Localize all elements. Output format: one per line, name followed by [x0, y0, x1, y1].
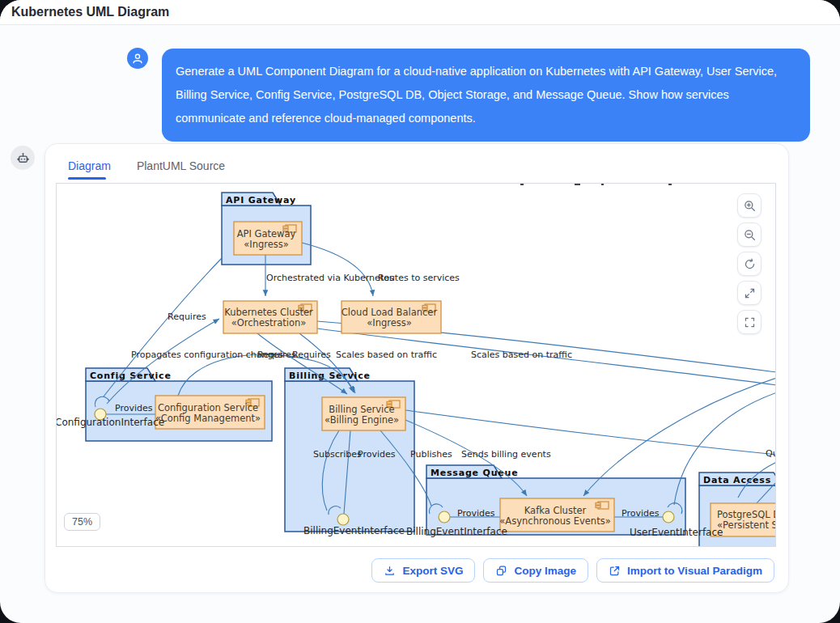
zoom-out-icon — [743, 228, 757, 242]
zoom-in-icon — [743, 199, 757, 213]
diagram-card: Diagram PlantUML Source — [45, 143, 789, 593]
interface-circle-user-event — [663, 511, 674, 523]
component-stereotype: «Billing Engine» — [325, 414, 399, 426]
component-stereotype: «Ingress» — [244, 239, 289, 250]
interface-label: BillingEventInterface — [406, 526, 507, 537]
fullscreen-icon — [743, 316, 757, 329]
external-link-icon — [609, 565, 621, 577]
component-name: Cloud Load Balancer — [342, 307, 438, 318]
component-name: Kubernetes Cluster — [224, 307, 313, 318]
edge-label: Provides — [622, 508, 660, 519]
edge-label: Requires — [168, 312, 206, 322]
package-label: Config Service — [90, 371, 172, 381]
expand-icon — [743, 286, 757, 300]
package-label: Data Access Layer — [703, 475, 776, 485]
interface-circle-billing-event — [337, 514, 349, 525]
component-stereotype: «Config Management» — [155, 413, 261, 424]
edge-label-queries-clipped: Qu — [766, 448, 776, 459]
action-buttons: Export SVG Copy Image Import to Visual P… — [371, 558, 774, 583]
interface-label: UserEventInterface — [630, 527, 723, 538]
export-svg-button[interactable]: Export SVG — [371, 558, 475, 583]
app-window: Kubernetes UML Diagram Generate a UML Co… — [0, 0, 840, 623]
copy-image-button[interactable]: Copy Image — [483, 558, 588, 583]
package-label: Billing Service — [289, 371, 371, 381]
user-avatar — [127, 48, 148, 69]
user-message-text: Generate a UML Component Diagram for a c… — [176, 65, 777, 125]
window-header: Kubernetes UML Diagram — [0, 0, 840, 25]
component-name: Kafka Cluster — [524, 505, 587, 516]
edge-label: Provides — [115, 403, 153, 413]
component-name: Configuration Service — [158, 402, 258, 413]
tab-bar: Diagram PlantUML Source — [68, 159, 225, 172]
component-icon — [596, 502, 609, 509]
interface-label: ConfigurationInterface — [57, 417, 164, 428]
edge-label: Orchestrated via Kubernetes — [266, 273, 394, 283]
package-label: API Gateway — [226, 195, 296, 206]
component-stereotype: «Orchestration» — [231, 317, 307, 328]
edge-label: Provides — [457, 508, 495, 519]
package-label: Message Queue — [431, 468, 518, 478]
edge-label: Provides — [358, 449, 396, 460]
download-icon — [384, 565, 396, 577]
interface-circle-billing-event-mq — [439, 511, 450, 523]
zoom-controls — [737, 193, 762, 334]
edge-label: Scales based on traffic — [471, 350, 572, 360]
import-to-visual-paradigm-label: Import to Visual Paradigm — [627, 565, 762, 577]
person-icon — [130, 51, 145, 66]
fullscreen-button[interactable] — [737, 310, 762, 334]
tab-diagram[interactable]: Diagram — [68, 159, 111, 172]
edge-label: Publishes — [410, 449, 452, 460]
tab-plantuml-source[interactable]: PlantUML Source — [137, 159, 225, 172]
component-name: PostgreSQL DB — [717, 509, 776, 520]
uml-diagram-svg: API Gateway Config Service Billing Servi… — [57, 184, 776, 547]
edge-label: Routes to services — [378, 273, 460, 283]
import-to-visual-paradigm-button[interactable]: Import to Visual Paradigm — [596, 558, 774, 583]
user-message-bubble: Generate a UML Component Diagram for a c… — [162, 49, 810, 142]
edge-label: Requires — [292, 350, 331, 360]
interface-label: BillingEventInterface — [303, 525, 405, 536]
expand-button[interactable] — [737, 281, 762, 305]
robot-icon — [15, 150, 31, 166]
assistant-avatar — [11, 146, 35, 170]
zoom-out-button[interactable] — [737, 222, 762, 247]
component-stereotype: «Persistent Storage» — [717, 519, 776, 531]
edge-label: Scales based on traffic — [336, 350, 437, 360]
component-name: API Gateway — [237, 228, 296, 239]
component-stereotype: «Asynchronous Events» — [499, 515, 610, 527]
uml-diagram-canvas[interactable]: API Gateway Config Service Billing Servi… — [56, 183, 776, 547]
copy-icon — [495, 565, 507, 577]
edge-label: Requires — [257, 350, 296, 360]
reset-view-button[interactable] — [737, 252, 762, 276]
copy-image-label: Copy Image — [514, 565, 576, 577]
active-tab-underline — [68, 177, 106, 180]
component-stereotype: «Ingress» — [367, 317, 412, 328]
page-title: Kubernetes UML Diagram — [0, 0, 840, 19]
export-svg-label: Export SVG — [402, 565, 463, 577]
zoom-in-button[interactable] — [737, 193, 762, 218]
reset-view-icon — [743, 257, 757, 271]
edge-label: Sends billing events — [461, 449, 551, 460]
component-name: Billing Service — [329, 404, 394, 415]
edge-label: Subscribes — [313, 449, 362, 460]
zoom-level-badge: 75% — [64, 513, 100, 531]
